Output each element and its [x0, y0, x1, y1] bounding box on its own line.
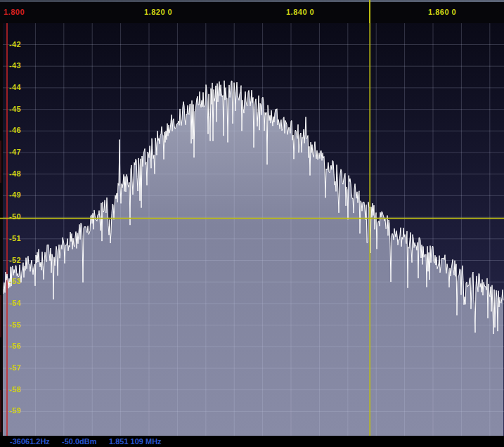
freq-tick-label: 1.840 0 — [286, 8, 314, 16]
status-bar: -36061.2Hz -50.0dBm 1.851 109 MHz — [0, 436, 504, 447]
cursor-offset-readout: -36061.2Hz — [10, 437, 50, 446]
db-axis-label: -57 — [9, 363, 21, 372]
left-edge-strip-tint — [0, 295, 1, 337]
db-axis-label: -52 — [9, 256, 21, 264]
spectrum-analyzer-window: 1.800 1.820 01.840 01.860 0 -42-43-44-45… — [0, 0, 504, 447]
db-axis-label: -53 — [9, 277, 21, 285]
db-axis-label: -47 — [9, 148, 21, 156]
left-edge-strip — [0, 23, 3, 436]
db-axis-label: -43 — [9, 61, 21, 70]
db-axis-label: -48 — [9, 169, 21, 178]
left-edge-strip-tint — [0, 390, 1, 432]
db-axis-label: -42 — [9, 40, 21, 48]
db-axis-label: -56 — [9, 342, 21, 350]
band-edge-frequency-label: 1.800 — [4, 8, 25, 16]
db-axis-label: -49 — [9, 190, 21, 199]
frequency-axis-header: 1.800 1.820 01.840 01.860 0 — [0, 2, 504, 23]
db-axis-label: -46 — [9, 126, 21, 134]
cursor-frequency-readout: 1.851 109 MHz — [109, 437, 162, 446]
db-axis-label: -58 — [9, 385, 21, 394]
cursor-level-readout: -50.0dBm — [62, 437, 97, 446]
db-axis-label: -55 — [9, 320, 21, 329]
db-axis-label: -59 — [9, 406, 21, 415]
freq-tick-label: 1.820 0 — [144, 8, 172, 16]
db-axis-label: -50 — [9, 212, 21, 221]
cursor-vertical-line-header — [369, 0, 370, 23]
db-axis-label: -44 — [9, 83, 21, 91]
db-axis-label: -54 — [9, 299, 21, 307]
left-edge-strip-tint — [0, 141, 1, 183]
freq-tick-label: 1.860 0 — [428, 8, 456, 16]
db-axis-label: -51 — [9, 234, 21, 242]
db-axis-label: -45 — [9, 105, 21, 113]
spectrum-plot-canvas[interactable] — [0, 23, 504, 447]
spectrum-plot-area[interactable]: -42-43-44-45-46-47-48-49-50-51-52-53-54-… — [0, 23, 504, 436]
